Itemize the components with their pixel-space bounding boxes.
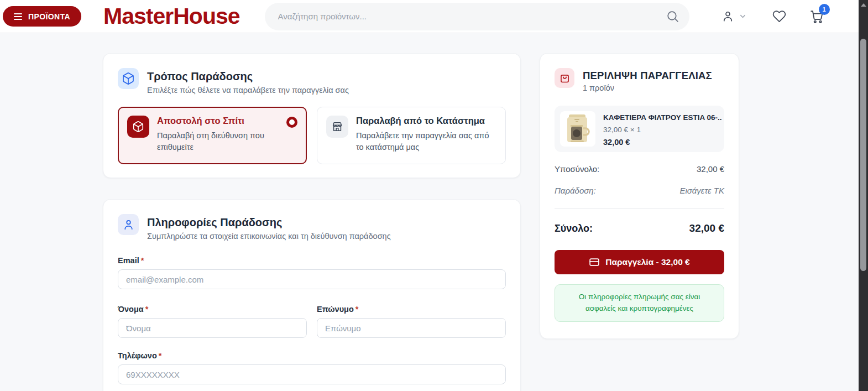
delivery-info-header: Πληροφορίες Παράδοσης Συμπληρώστε τα στο… <box>118 214 506 241</box>
page-scrollbar[interactable] <box>859 0 868 391</box>
checkout-forms-column: Τρόπος Παράδοσης Επιλέξτε πώς θέλετε να … <box>103 53 521 391</box>
cart-line-item: ΚΑΦΕΤΙΕΡΑ ΦΙΛΤΡΟΥ ESTIA 06-... 32,00 € ×… <box>555 106 724 152</box>
order-summary-column: ΠΕΡΙΛΗΨΗ ΠΑΡΑΓΓΕΛΙΑΣ 1 προϊόν <box>540 53 739 339</box>
site-logo[interactable]: MasterHouse <box>103 3 239 29</box>
phone-label: Τηλέφωνο* <box>118 351 506 360</box>
last-name-field[interactable] <box>317 318 506 338</box>
radio-selected-icon <box>286 117 297 128</box>
search-button[interactable] <box>666 9 679 23</box>
email-label: Email* <box>118 256 506 265</box>
delivery-method-title: Τρόπος Παράδοσης <box>147 68 349 83</box>
first-name-label: Όνομα* <box>118 305 307 314</box>
total-label: Σύνολο: <box>555 223 593 234</box>
cart-button[interactable]: 1 <box>809 9 824 24</box>
delivery-cost-value: Εισάγετε ΤΚ <box>679 186 724 195</box>
option-store-description: Παραλάβετε την παραγγελία σας από το κατ… <box>356 130 496 153</box>
required-asterisk: * <box>159 351 162 360</box>
option-home-description: Παραλαβή στη διεύθυνση που επιθυμείτε <box>157 130 279 153</box>
product-price-qty: 32,00 € × 1 <box>603 126 722 134</box>
heart-icon <box>772 9 786 23</box>
product-thumbnail <box>560 111 595 147</box>
required-asterisk: * <box>145 305 149 314</box>
delivery-option-store[interactable]: Παραλαβή από το Κατάστημα Παραλάβετε την… <box>317 107 506 164</box>
place-order-button[interactable]: Παραγγελία - 32,00 € <box>555 250 724 274</box>
scrollbar-thumb[interactable] <box>860 39 866 271</box>
order-summary-card: ΠΕΡΙΛΗΨΗ ΠΑΡΑΓΓΕΛΙΑΣ 1 προϊόν <box>540 53 739 339</box>
delivery-method-header: Τρόπος Παράδοσης Επιλέξτε πώς θέλετε να … <box>118 68 506 95</box>
subtotal-value: 32,00 € <box>697 164 724 174</box>
products-button-label: ΠΡΟΪΟΝΤΑ <box>28 12 70 21</box>
place-order-label: Παραγγελία - 32,00 € <box>605 257 689 267</box>
option-texts: Παραλαβή από το Κατάστημα Παραλάβετε την… <box>356 116 496 153</box>
name-fields-row: Όνομα* Επώνυμο* <box>118 289 506 338</box>
site-header: ΠΡΟΪΟΝΤΑ MasterHouse <box>0 0 868 33</box>
store-icon <box>326 116 348 138</box>
order-summary-title: ΠΕΡΙΛΗΨΗ ΠΑΡΑΓΓΕΛΙΑΣ <box>583 68 712 82</box>
wishlist-button[interactable] <box>772 9 786 23</box>
hamburger-icon <box>14 13 22 20</box>
payment-security-note: Οι πληροφορίες πληρωμής σας είναι ασφαλε… <box>555 284 724 322</box>
cart-count-badge: 1 <box>819 4 830 15</box>
products-menu-button[interactable]: ΠΡΟΪΟΝΤΑ <box>3 6 81 27</box>
delivery-info-card: Πληροφορίες Παράδοσης Συμπληρώστε τα στο… <box>103 199 521 391</box>
required-asterisk: * <box>355 305 359 314</box>
delivery-cost-label: Παράδοση: <box>555 186 596 195</box>
header-actions: 1 <box>721 9 824 24</box>
phone-field[interactable] <box>118 364 506 384</box>
person-icon <box>118 214 139 235</box>
user-icon <box>721 10 734 23</box>
delivery-info-subtitle: Συμπληρώστε τα στοιχεία επικοινωνίας και… <box>147 232 391 241</box>
bag-icon <box>555 68 574 88</box>
product-details: ΚΑΦΕΤΙΕΡΑ ΦΙΛΤΡΟΥ ESTIA 06-... 32,00 € ×… <box>603 111 722 147</box>
email-field[interactable] <box>118 269 506 289</box>
first-name-field[interactable] <box>118 318 307 338</box>
package-icon <box>127 116 149 138</box>
delivery-method-subtitle: Επιλέξτε πώς θέλετε να παραλάβετε την πα… <box>147 86 349 95</box>
summary-divider <box>555 208 724 209</box>
last-name-label: Επώνυμο* <box>317 305 506 314</box>
package-icon <box>118 68 139 89</box>
delivery-method-card: Τρόπος Παράδοσης Επιλέξτε πώς θέλετε να … <box>103 53 521 178</box>
order-summary-header: ΠΕΡΙΛΗΨΗ ΠΑΡΑΓΓΕΛΙΑΣ 1 προϊόν <box>555 68 724 92</box>
search-input[interactable] <box>278 12 666 21</box>
delivery-info-title: Πληροφορίες Παράδοσης <box>147 214 391 229</box>
delivery-cost-row: Παράδοση: Εισάγετε ΤΚ <box>555 186 724 195</box>
subtotal-row: Υποσύνολο: 32,00 € <box>555 164 724 174</box>
option-texts: Αποστολή στο Σπίτι Παραλαβή στη διεύθυνσ… <box>157 116 279 153</box>
option-store-title: Παραλαβή από το Κατάστημα <box>356 116 496 126</box>
account-button[interactable] <box>721 10 747 23</box>
checkout-page: Τρόπος Παράδοσης Επιλέξτε πώς θέλετε να … <box>0 33 868 391</box>
scroll-up-arrow-icon[interactable] <box>861 3 866 7</box>
product-line-total: 32,00 € <box>603 138 722 147</box>
total-value: 32,00 € <box>689 222 724 234</box>
subtotal-label: Υποσύνολο: <box>555 164 599 174</box>
search-bar[interactable] <box>265 3 689 30</box>
delivery-options: Αποστολή στο Σπίτι Παραλαβή στη διεύθυνσ… <box>118 107 506 164</box>
option-home-title: Αποστολή στο Σπίτι <box>157 116 279 126</box>
product-name: ΚΑΦΕΤΙΕΡΑ ΦΙΛΤΡΟΥ ESTIA 06-... <box>603 113 722 122</box>
chevron-down-icon <box>739 12 747 20</box>
required-asterisk: * <box>141 256 144 265</box>
total-row: Σύνολο: 32,00 € <box>555 222 724 234</box>
delivery-option-home[interactable]: Αποστολή στο Σπίτι Παραλαβή στη διεύθυνσ… <box>118 107 307 164</box>
order-items-count: 1 προϊόν <box>583 84 712 92</box>
search-icon <box>666 9 679 23</box>
credit-card-icon <box>589 257 600 268</box>
